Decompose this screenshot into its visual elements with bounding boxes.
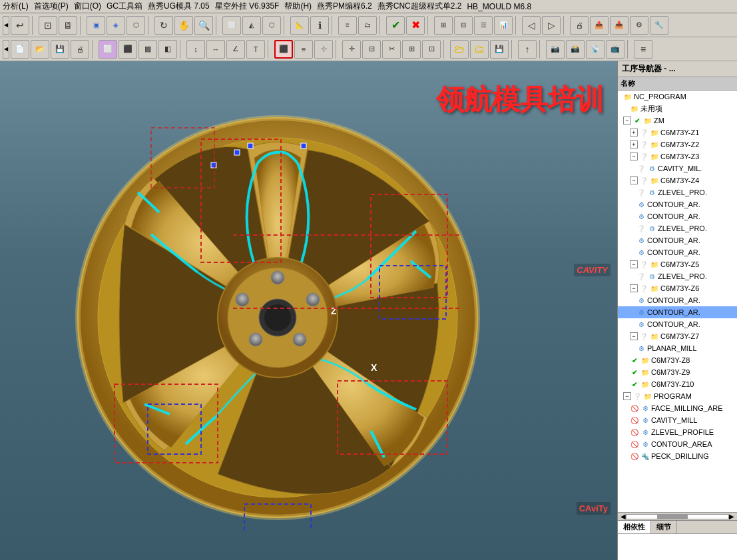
tb-rotate[interactable]: ↻ (154, 16, 173, 35)
tb2-cam3[interactable]: 📡 (586, 40, 605, 59)
tb-arrow-left[interactable]: ◁ (522, 16, 541, 35)
tree-zlevel2[interactable]: ❔ ⚙ ZLEVEL_PRO. (618, 222, 737, 234)
tb2-dim1[interactable]: ↕ (186, 40, 205, 59)
tree-peck-drilling[interactable]: 🚫 🔩 PECK_DRILLING (618, 450, 737, 462)
tb2-cam1[interactable]: 📷 (546, 40, 565, 59)
tree-zlevel1[interactable]: ❔ ⚙ ZLEVEL_PRO. (618, 186, 737, 198)
tb2-layer2[interactable]: ≡ (294, 40, 313, 59)
tb-fit[interactable]: ⊡ (39, 16, 57, 35)
prog-expand[interactable]: − (623, 392, 631, 400)
tree-z5[interactable]: − ❔ 📁 C6M73Y-Z5 (618, 258, 737, 270)
tb2-folder[interactable]: 🗁 (450, 40, 469, 59)
tree-zlevel3[interactable]: ❔ ⚙ ZLEVEL_PRO. (618, 270, 737, 282)
scroll-right[interactable]: ▶ (729, 513, 734, 520)
tb2-op2[interactable]: ⬛ (119, 40, 137, 59)
toolbar2-expand[interactable]: ◀ (3, 40, 9, 59)
tree-cavity-mill[interactable]: ❔ ⚙ CAVITY_MIL. (618, 162, 737, 174)
tree-z9[interactable]: ✔ 📁 C6M73Y-Z9 (618, 366, 737, 378)
menu-starhook[interactable]: 星空外挂 V6.935F (215, 1, 280, 12)
viewport-3d[interactable]: 领航模具培训 (0, 61, 617, 560)
tb-info[interactable]: ℹ (310, 16, 329, 35)
tb2-extend[interactable]: ⊡ (422, 40, 441, 59)
menu-yanxiu-cnc[interactable]: 燕秀CNC超级程式单2.2 (377, 1, 462, 12)
menu-gctool[interactable]: GC工具箱 (107, 1, 142, 12)
tb2-align[interactable]: ⊟ (362, 40, 381, 59)
tb-export[interactable]: 📤 (590, 16, 609, 35)
tree-area[interactable]: 📁 NC_PROGRAM 📁 未用项 − ✔ 📁 ZM + ❔ 📁 C6M73Y… (618, 91, 737, 512)
tb2-op4[interactable]: ◧ (158, 40, 177, 59)
tb2-open[interactable]: 📂 (31, 40, 49, 59)
tb2-settings[interactable]: ≡ (634, 40, 652, 59)
tab-detail[interactable]: 细节 (651, 521, 677, 533)
tb-view2[interactable]: ◈ (107, 16, 125, 35)
z7-expand[interactable]: − (630, 332, 638, 340)
tree-z2[interactable]: + ❔ 📁 C6M73Y-Z2 (618, 139, 737, 150)
tree-contour-area[interactable]: 🚫 ⚙ CONTOUR_AREA (618, 438, 737, 450)
tb2-op3[interactable]: ▩ (138, 40, 157, 59)
tb2-print2[interactable]: 🖨 (71, 40, 89, 59)
tb-monitor[interactable]: 🖥 (59, 16, 77, 35)
tb-shade[interactable]: ◭ (242, 16, 261, 35)
menu-yanxiu-pm[interactable]: 燕秀PM编程6.2 (317, 1, 372, 12)
tree-contour4[interactable]: ⚙ CONTOUR_AR. (618, 246, 737, 258)
tb2-snap[interactable]: ⊹ (314, 40, 333, 59)
tree-unused[interactable]: 📁 未用项 (618, 103, 737, 115)
tb-list[interactable]: ☰ (474, 16, 493, 35)
tb-cat[interactable]: 🗂 (358, 16, 377, 35)
tree-scrollbar[interactable]: ◀ ▶ (618, 512, 737, 520)
tb2-save[interactable]: 💾 (51, 40, 69, 59)
tb-import[interactable]: 📥 (610, 16, 628, 35)
tree-zm[interactable]: − ✔ 📁 ZM (618, 115, 737, 127)
tb-view1[interactable]: ▣ (87, 16, 105, 35)
tb2-new[interactable]: 📄 (11, 40, 29, 59)
hscroll-thumb[interactable] (657, 515, 688, 519)
tree-z7[interactable]: − ❔ 📁 C6M73Y-Z7 (618, 330, 737, 342)
menu-analyze[interactable]: 分析(L) (3, 1, 29, 12)
tree-contour7[interactable]: ⚙ CONTOUR_AR. (618, 318, 737, 330)
tree-z8[interactable]: ✔ 📁 C6M73Y-Z8 (618, 354, 737, 366)
tree-face-milling[interactable]: 🚫 ⚙ FACE_MILLING_ARE (618, 402, 737, 414)
tb-check[interactable]: ✔ (386, 16, 405, 35)
tb2-cam2[interactable]: 📸 (566, 40, 585, 59)
menu-yanxiu-ug[interactable]: 燕秀UG模具 7.05 (148, 1, 210, 12)
tb-settings2[interactable]: ⚙ (630, 16, 648, 35)
tb-view3[interactable]: ⬡ (126, 16, 145, 35)
tb-tools2[interactable]: 🔧 (650, 16, 668, 35)
tb-layer[interactable]: ≡ (338, 16, 357, 35)
tb2-red1[interactable]: ⬛ (274, 40, 293, 59)
tb2-save2[interactable]: 💾 (490, 40, 509, 59)
z5-expand[interactable]: − (630, 260, 638, 268)
tb2-move[interactable]: ✛ (342, 40, 361, 59)
tree-contour1[interactable]: ⚙ CONTOUR_AR. (618, 198, 737, 210)
tb2-dim2[interactable]: ↔ (206, 40, 225, 59)
tree-z3[interactable]: − ❔ 📁 C6M73Y-Z3 (618, 150, 737, 162)
tb-undo[interactable]: ↩ (11, 16, 29, 35)
tb2-pattern[interactable]: ⊞ (402, 40, 421, 59)
tb-chart[interactable]: 📊 (494, 16, 513, 35)
tb2-text[interactable]: T (246, 40, 265, 59)
tree-contour2[interactable]: ⚙ CONTOUR_AR. (618, 210, 737, 222)
tb2-op1[interactable]: ⬜ (99, 40, 117, 59)
zm-expand[interactable]: − (623, 117, 631, 125)
tb2-folder2[interactable]: 🗂 (470, 40, 489, 59)
tree-z4[interactable]: − ❔ 📁 C6M73Y-Z4 (618, 174, 737, 186)
z3-expand[interactable]: − (630, 152, 638, 160)
tb-arrow-right[interactable]: ▷ (542, 16, 561, 35)
tb-table[interactable]: ⊟ (454, 16, 473, 35)
toolbar1-expand[interactable]: ◀ (3, 16, 9, 35)
tree-z6[interactable]: − ❔ 📁 C6M73Y-Z6 (618, 282, 737, 294)
z4-expand[interactable]: − (630, 176, 638, 184)
menu-prefs[interactable]: 首选项(P) (34, 1, 69, 12)
tb-grid[interactable]: ⊞ (434, 16, 453, 35)
tree-program[interactable]: − ❔ 📁 PROGRAM (618, 390, 737, 402)
tab-dependency[interactable]: 相依性 (618, 521, 651, 533)
tree-z10[interactable]: ✔ 📁 C6M73Y-Z10 (618, 378, 737, 390)
hscroll-track[interactable] (626, 514, 729, 519)
tree-zlevel-profile[interactable]: 🚫 ⚙ ZLEVEL_PROFILE (618, 426, 737, 438)
tb-print[interactable]: 🖨 (570, 16, 589, 35)
tb-x[interactable]: ✖ (406, 16, 425, 35)
tree-root-nc[interactable]: 📁 NC_PROGRAM (618, 91, 737, 103)
menu-help[interactable]: 帮助(H) (284, 1, 312, 12)
menu-hb-mould[interactable]: HB_MOULD M6.8 (467, 2, 531, 11)
z2-expand[interactable]: + (630, 140, 638, 148)
